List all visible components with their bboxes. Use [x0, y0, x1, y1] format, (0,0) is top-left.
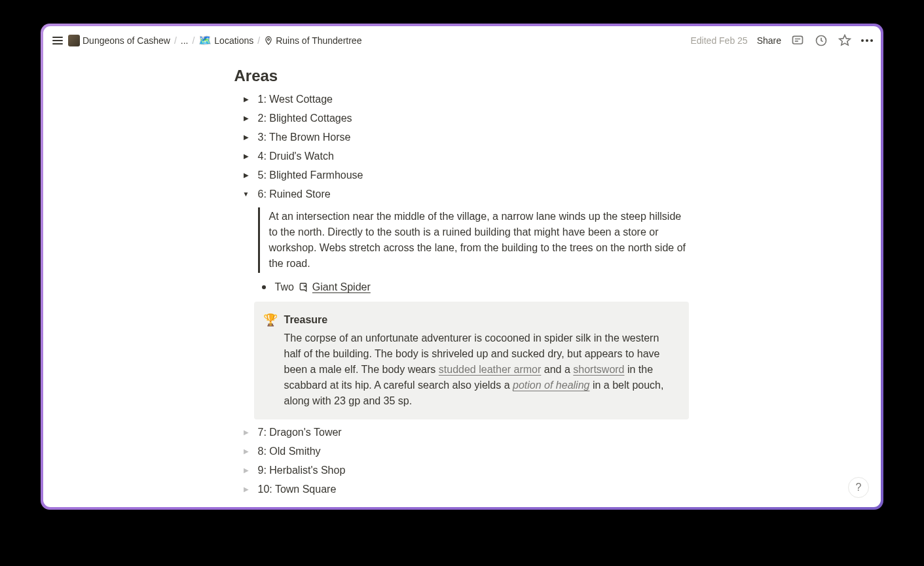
toggle-arrow-icon[interactable] — [240, 93, 253, 106]
toggle-arrow-icon[interactable] — [240, 426, 253, 439]
svg-rect-1 — [793, 36, 803, 44]
link-shortsword[interactable]: shortsword — [573, 364, 624, 375]
help-button[interactable]: ? — [848, 477, 869, 498]
breadcrumb-separator: / — [257, 35, 260, 46]
toggle-item-expanded: 6: Ruined Store At an intersection near … — [236, 186, 689, 419]
toggle-label: 8: Old Smithy — [258, 444, 321, 459]
breadcrumb-separator: / — [192, 35, 194, 46]
topbar-right: Edited Feb 25 Share — [690, 33, 873, 48]
toggle-arrow-icon[interactable] — [240, 464, 253, 477]
toggle-arrow-icon[interactable] — [240, 445, 253, 458]
toggle-item: 4: Druid's Watch — [236, 149, 689, 164]
breadcrumb-locations[interactable]: 🗺️ Locations — [198, 35, 253, 46]
toggle-header[interactable]: 9: Herbalist's Shop — [240, 463, 689, 478]
breadcrumb-ellipsis[interactable]: ... — [181, 35, 189, 46]
toggle-label: 5: Blighted Farmhouse — [258, 168, 363, 183]
toggle-header[interactable]: 1: West Cottage — [240, 92, 689, 107]
link-studded-leather-armor[interactable]: studded leather armor — [439, 364, 542, 375]
toggle-label: 4: Druid's Watch — [258, 149, 334, 164]
topbar: Dungeons of Cashew / ... / 🗺️ Locations … — [43, 26, 881, 55]
breadcrumb-separator: / — [174, 35, 177, 46]
callout-body: Treasure The corpse of an unfortunate ad… — [284, 312, 678, 409]
toggle-arrow-icon[interactable] — [240, 131, 253, 144]
toggle-header[interactable]: 6: Ruined Store — [240, 186, 689, 202]
toggle-arrow-icon[interactable] — [240, 188, 253, 201]
treasure-callout: 🏆 Treasure The corpse of an unfortunate … — [254, 302, 689, 419]
breadcrumb-locations-label: Locations — [214, 35, 253, 46]
page-link-giant-spider[interactable]: Giant Spider — [312, 279, 371, 295]
help-label: ? — [856, 482, 862, 493]
comments-icon[interactable] — [790, 33, 805, 48]
trophy-icon: 🏆 — [263, 312, 278, 409]
toggle-label: 3: The Brown Horse — [258, 130, 351, 145]
breadcrumb-current-label: Ruins of Thundertree — [276, 35, 361, 46]
link-potion-of-healing[interactable]: potion of healing — [513, 380, 589, 391]
page-icon — [68, 35, 80, 46]
toggle-header[interactable]: 10: Town Square — [240, 482, 689, 497]
topbar-left: Dungeons of Cashew / ... / 🗺️ Locations … — [51, 34, 361, 47]
breadcrumb-root-label: Dungeons of Cashew — [83, 35, 170, 46]
toggle-body: At an intersection near the middle of th… — [258, 207, 689, 419]
toggle-arrow-icon[interactable] — [240, 483, 253, 496]
toggle-item: 2: Blighted Cottages — [236, 111, 689, 126]
updates-icon[interactable] — [814, 33, 828, 48]
sidebar-toggle-button[interactable] — [51, 34, 64, 47]
toggle-item: 3: The Brown Horse — [236, 130, 689, 145]
quote-block: At an intersection near the middle of th… — [258, 207, 689, 273]
breadcrumb-root[interactable]: Dungeons of Cashew — [68, 35, 170, 46]
bullet-line: Two Giant Spider — [258, 279, 689, 295]
edited-timestamp: Edited Feb 25 — [690, 35, 747, 46]
toggle-item: 8: Old Smithy — [236, 444, 689, 459]
map-icon: 🗺️ — [198, 35, 212, 46]
favorite-star-icon[interactable] — [838, 33, 852, 48]
toggle-item: 10: Town Square — [236, 482, 689, 497]
location-pin-icon — [264, 36, 273, 45]
callout-title: Treasure — [284, 312, 678, 328]
callout-text-part: and a — [541, 364, 573, 375]
toggle-label: 2: Blighted Cottages — [258, 111, 352, 126]
callout-text: The corpse of an unfortunate adventurer … — [284, 330, 678, 409]
breadcrumb-current[interactable]: Ruins of Thundertree — [264, 35, 361, 46]
toggle-label: 1: West Cottage — [258, 92, 333, 107]
more-menu-button[interactable] — [861, 39, 873, 42]
page-link-arrow-icon — [298, 282, 308, 292]
toggle-item: 1: West Cottage — [236, 92, 689, 107]
window-inner: Dungeons of Cashew / ... / 🗺️ Locations … — [43, 26, 881, 507]
areas-toggle-list: 1: West Cottage 2: Blighted Cottages 3: … — [236, 92, 689, 497]
toggle-label: 10: Town Square — [258, 482, 337, 497]
toggle-label: 7: Dragon's Tower — [258, 425, 342, 440]
breadcrumb: Dungeons of Cashew / ... / 🗺️ Locations … — [68, 35, 361, 46]
toggle-header[interactable]: 5: Blighted Farmhouse — [240, 168, 689, 183]
section-heading-areas: Areas — [234, 67, 689, 85]
toggle-arrow-icon[interactable] — [240, 150, 253, 163]
content-scroll[interactable]: Areas 1: West Cottage 2: Blighted Cottag… — [43, 55, 881, 507]
page-body: Areas 1: West Cottage 2: Blighted Cottag… — [231, 55, 694, 497]
toggle-arrow-icon[interactable] — [240, 169, 253, 182]
toggle-label: 9: Herbalist's Shop — [258, 463, 346, 478]
window-frame: Dungeons of Cashew / ... / 🗺️ Locations … — [41, 24, 883, 510]
toggle-item: 5: Blighted Farmhouse — [236, 168, 689, 183]
toggle-item: 9: Herbalist's Shop — [236, 463, 689, 478]
toggle-header[interactable]: 2: Blighted Cottages — [240, 111, 689, 126]
toggle-header[interactable]: 8: Old Smithy — [240, 444, 689, 459]
toggle-item: 7: Dragon's Tower — [236, 425, 689, 440]
toggle-header[interactable]: 7: Dragon's Tower — [240, 425, 689, 440]
toggle-header[interactable]: 4: Druid's Watch — [240, 149, 689, 164]
toggle-arrow-icon[interactable] — [240, 112, 253, 125]
svg-point-0 — [268, 39, 270, 41]
share-button[interactable]: Share — [757, 35, 781, 46]
bullet-dot-icon — [262, 285, 266, 289]
toggle-header[interactable]: 3: The Brown Horse — [240, 130, 689, 145]
toggle-label: 6: Ruined Store — [258, 186, 331, 202]
bullet-prefix: Two — [275, 279, 294, 295]
